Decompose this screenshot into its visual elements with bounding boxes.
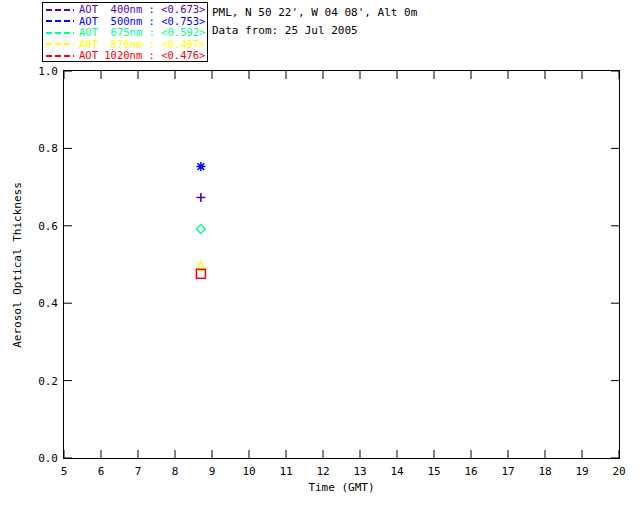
x-tick-label: 19 [575,465,588,478]
dashed-line-swatch [46,55,74,57]
legend-item: AOT 1020nm : <0.476> [46,50,207,62]
legend-item-label: AOT 675nm : <0.592> [79,27,205,38]
x-tick-label: 10 [242,465,255,478]
x-tick-label: 15 [427,465,440,478]
legend-item: AOT 400nm : <0.673> [46,4,207,16]
legend-item-label: AOT 870nm : <0.497> [79,39,205,50]
dashed-line-swatch [46,43,74,45]
x-tick-label: 20 [612,465,625,478]
dashed-line-swatch [46,20,74,22]
x-tick-label: 8 [172,465,179,478]
x-tick-label: 7 [135,465,142,478]
legend-item-label: AOT 500nm : <0.753> [79,16,205,27]
y-tick-label: 0.2 [32,375,58,388]
x-tick-label: 12 [316,465,329,478]
legend: AOT 400nm : <0.673> AOT 500nm : <0.753> … [42,2,208,62]
legend-item: AOT 675nm : <0.592> [46,27,207,39]
x-tick-label: 11 [279,465,292,478]
y-tick-label: 0.4 [32,297,58,310]
scatter-plot-svg [64,71,619,458]
plot-area [63,70,620,459]
legend-item-label: AOT 400nm : <0.673> [79,4,205,15]
x-tick-label: 5 [61,465,68,478]
station-location-text: PML, N 50 22', W 04 08', Alt 0m [212,4,417,22]
x-tick-label: 18 [538,465,551,478]
dashed-line-swatch [46,9,74,11]
x-tick-label: 14 [390,465,403,478]
y-tick-label: 0.6 [32,220,58,233]
x-tick-label: 13 [353,465,366,478]
x-tick-label: 6 [98,465,105,478]
x-tick-label: 9 [209,465,216,478]
plot-window: AOT 400nm : <0.673> AOT 500nm : <0.753> … [0,0,640,512]
station-header: PML, N 50 22', W 04 08', Alt 0m Data fro… [212,4,417,40]
dashed-line-swatch [46,32,74,34]
x-axis-title: Time (GMT) [63,481,620,494]
x-tick-label: 17 [501,465,514,478]
x-tick-label: 16 [464,465,477,478]
y-tick-label: 0.8 [32,142,58,155]
legend-item-label: AOT 1020nm : <0.476> [79,50,205,61]
y-tick-label: 0.0 [32,452,58,465]
y-tick-label: 1.0 [32,65,58,78]
y-axis-title: Aerosol Optical Thickness [11,85,25,445]
data-date-text: Data from: 25 Jul 2005 [212,22,417,40]
